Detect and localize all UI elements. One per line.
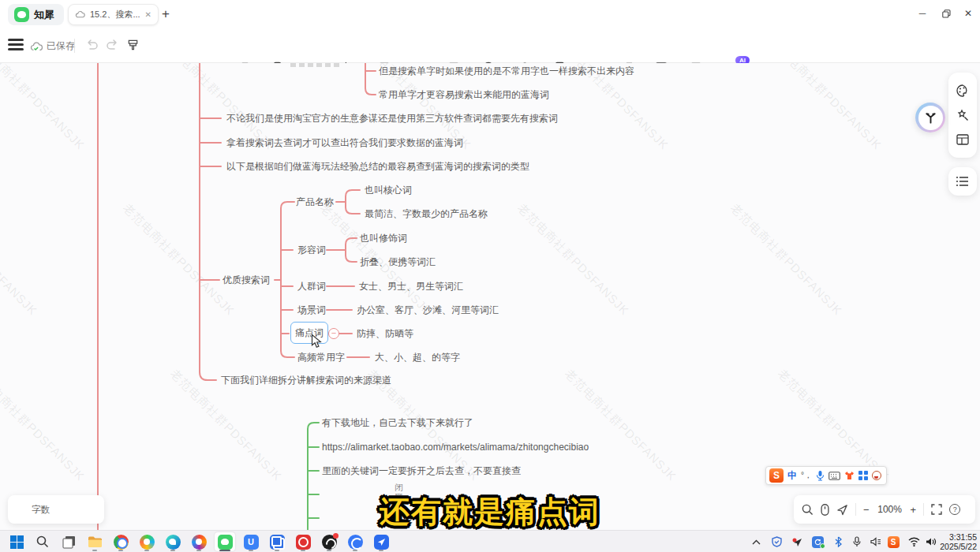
chrome-icon[interactable] xyxy=(110,532,131,551)
edge-icon[interactable] xyxy=(163,532,183,551)
redo-icon[interactable] xyxy=(106,39,119,54)
node-url[interactable]: https://alimarket.taobao.com/markets/ali… xyxy=(322,440,589,454)
new-tab-button[interactable]: + xyxy=(156,5,175,24)
node-text[interactable]: 形容词 xyxy=(297,243,326,257)
node-text[interactable]: 不论我们是使用淘宝官方的生意参谋还是使用第三方软件查词都需要先有搜索词 xyxy=(226,111,558,125)
locate-icon[interactable] xyxy=(836,504,848,516)
app-name: 知犀 xyxy=(34,8,54,22)
undo-icon[interactable] xyxy=(85,39,99,54)
layout-icon[interactable] xyxy=(956,132,970,147)
node-text[interactable]: 也叫修饰词 xyxy=(360,231,407,245)
node-text[interactable]: 但是搜索单字时如果使用的是不常用字也一样搜索不出来内容 xyxy=(379,64,634,78)
style-panel xyxy=(948,73,977,158)
tray-shield-icon[interactable] xyxy=(767,532,786,551)
collapse-button[interactable]: − xyxy=(328,328,339,339)
zoom-in-button[interactable]: + xyxy=(911,504,917,516)
node-text[interactable]: 高频常用字 xyxy=(297,350,345,364)
tab-close-icon[interactable]: ✕ xyxy=(145,10,151,19)
node-quality-parent[interactable]: 优质搜索词 xyxy=(223,273,270,287)
tray-time: 3:31:55 xyxy=(928,532,977,542)
blue-plane-app-icon[interactable] xyxy=(371,532,391,551)
blue-circle-app-icon[interactable] xyxy=(345,532,365,551)
sogou-logo-icon[interactable]: S xyxy=(769,468,784,483)
node-text[interactable]: 最简洁、字数最少的产品名称 xyxy=(365,207,488,221)
ai-assistant-button[interactable] xyxy=(915,103,945,132)
zhixi-logo-icon xyxy=(14,7,29,22)
task-view-icon[interactable] xyxy=(58,532,79,551)
tray-sogou-icon[interactable]: S xyxy=(884,532,903,551)
u-app-icon[interactable]: U xyxy=(241,532,261,551)
mindmap-canvas[interactable]: 老范电商社群PDSFANSJK 老范电商社群PDSFANSJK 老范电商社群PD… xyxy=(0,63,980,530)
divider xyxy=(855,503,856,516)
node-text[interactable]: 里面的关键词一定要拆开之后去查，不要直接查 xyxy=(322,464,521,478)
mouse-cursor xyxy=(311,334,323,349)
outline-panel xyxy=(948,167,977,196)
zhixi-app-icon[interactable] xyxy=(215,532,235,551)
ime-language-toggle[interactable]: 中 xyxy=(787,469,797,483)
file-explorer-icon[interactable] xyxy=(84,532,105,551)
obs-icon[interactable] xyxy=(319,532,339,551)
saved-label: 已保存 xyxy=(47,39,75,53)
red-o-app-icon[interactable] xyxy=(293,532,313,551)
node-text[interactable]: 人群词 xyxy=(297,279,326,293)
menu-icon[interactable] xyxy=(8,39,24,51)
node-text[interactable]: 也叫核心词 xyxy=(365,183,412,197)
tray-plane-icon[interactable] xyxy=(787,532,806,551)
document-tab[interactable]: 15.2、搜索... ✕ xyxy=(68,4,159,25)
app-button[interactable]: 知犀 xyxy=(8,4,64,25)
node-text[interactable]: 产品名称 xyxy=(296,195,334,209)
toolbar: 已保存 主题 子主题 关联线 概要 备注 语音 图片 图标 xyxy=(0,28,980,63)
ime-emoji-icon[interactable] xyxy=(872,471,881,480)
taskbar-search-icon[interactable] xyxy=(32,532,53,551)
node-text[interactable]: 常用单字才更容易搜索出来能用的蓝海词 xyxy=(379,88,549,102)
canvas-controls: − 100% + ? xyxy=(794,495,975,524)
search-icon[interactable] xyxy=(802,504,814,516)
zoom-out-button[interactable]: − xyxy=(863,504,870,516)
tray-bluetooth-icon[interactable] xyxy=(829,532,847,551)
window-minimize-button[interactable]: ─ xyxy=(909,0,936,27)
node-text[interactable]: 下面我们详细拆分讲解搜索词的来源渠道 xyxy=(221,373,391,387)
node-text[interactable]: 折叠、便携等词汇 xyxy=(360,255,436,269)
start-button[interactable] xyxy=(6,532,27,551)
window-close-button[interactable]: ✕ xyxy=(955,0,980,27)
tray-speaker-device-icon[interactable] xyxy=(866,532,885,551)
tray-mic-icon[interactable] xyxy=(847,532,866,551)
node-text[interactable]: 女士、男士、男生等词汇 xyxy=(359,279,463,293)
node-text[interactable]: 拿着搜索词去查词才可以查出符合我们要求数据的蓝海词 xyxy=(226,136,463,150)
browser-colorful-icon[interactable] xyxy=(189,532,209,551)
format-painter-icon[interactable] xyxy=(126,39,140,55)
node-text[interactable]: 防摔、防晒等 xyxy=(357,326,413,341)
browser-360-icon[interactable] xyxy=(137,532,157,551)
cloud-saved-icon xyxy=(30,41,43,52)
video-subtitle: 还有就是痛点词 xyxy=(380,492,600,530)
node-text[interactable]: 办公室、客厅、沙滩、河里等词汇 xyxy=(357,303,499,317)
fullscreen-icon[interactable] xyxy=(931,504,942,515)
drag-mode-icon[interactable] xyxy=(821,504,829,516)
taskbar-clock[interactable]: 3:31:55 2025/5/22 xyxy=(928,532,977,551)
tray-date: 2025/5/22 xyxy=(928,542,977,551)
ime-skin-icon[interactable] xyxy=(844,471,855,480)
node-text[interactable]: 有下载地址，自己去下载下来就行了 xyxy=(322,416,473,430)
theme-palette-icon[interactable] xyxy=(956,84,970,98)
ime-punctuation-toggle[interactable]: °， xyxy=(801,470,812,481)
title-bar: 知犀 15.2、搜索... ✕ + ─ ✕ xyxy=(0,0,980,28)
ime-mic-icon[interactable] xyxy=(816,470,825,481)
tray-update-app-icon[interactable] xyxy=(808,532,827,551)
word-count-card: 字数 xyxy=(8,495,104,524)
node-text[interactable]: 以下是根据咱们做蓝海玩法经验总结的最容易查到蓝海词的搜索词的类型 xyxy=(226,159,529,173)
squares-app-icon[interactable] xyxy=(267,532,287,551)
divider xyxy=(74,39,75,53)
word-count-label: 字数 xyxy=(32,504,50,516)
cloud-icon xyxy=(75,9,85,20)
help-button[interactable]: ? xyxy=(949,504,960,515)
magic-wand-icon[interactable] xyxy=(956,108,970,122)
node-text[interactable]: 场景词 xyxy=(297,303,326,317)
outline-list-icon[interactable] xyxy=(956,175,970,188)
node-text[interactable]: 大、小、超、的等字 xyxy=(375,350,460,364)
tray-wifi-icon[interactable] xyxy=(904,532,923,551)
windows-taskbar: U S 3:31:55 2025/5/22 xyxy=(0,530,980,552)
ime-toolbox-icon[interactable] xyxy=(858,471,868,480)
tray-expand-icon[interactable] xyxy=(746,532,765,551)
zhixi-ai-logo-icon xyxy=(918,106,943,130)
ime-keyboard-icon[interactable] xyxy=(829,472,840,480)
